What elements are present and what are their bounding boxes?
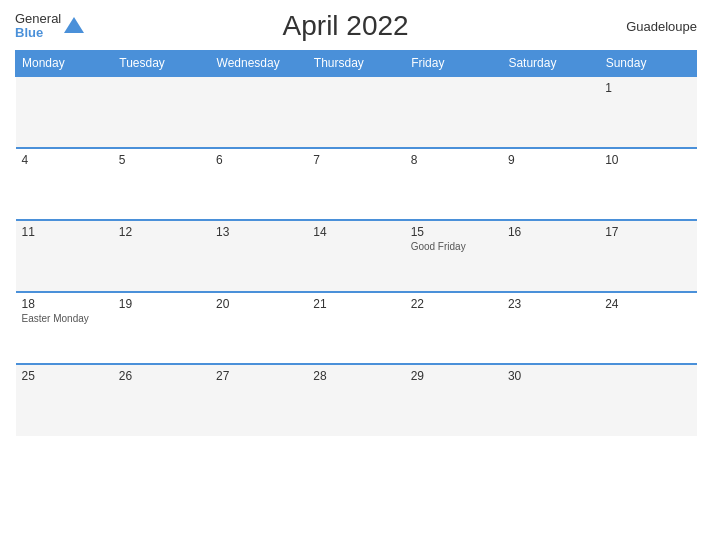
logo-general-text: General	[15, 12, 61, 26]
day-number: 5	[119, 153, 204, 167]
day-cell: 6	[210, 148, 307, 220]
day-number: 29	[411, 369, 496, 383]
day-event: Easter Monday	[22, 313, 107, 324]
week-row-4: 18Easter Monday192021222324	[16, 292, 697, 364]
calendar-body: 1456789101112131415Good Friday161718East…	[16, 76, 697, 436]
day-number: 13	[216, 225, 301, 239]
weekday-header-row: Monday Tuesday Wednesday Thursday Friday…	[16, 51, 697, 77]
day-cell	[502, 76, 599, 148]
day-cell	[16, 76, 113, 148]
day-cell: 21	[307, 292, 404, 364]
day-cell: 27	[210, 364, 307, 436]
day-number: 18	[22, 297, 107, 311]
day-number: 22	[411, 297, 496, 311]
calendar-wrapper: General Blue April 2022 Guadeloupe Monda…	[0, 0, 712, 550]
header-tuesday: Tuesday	[113, 51, 210, 77]
day-number: 21	[313, 297, 398, 311]
day-cell: 30	[502, 364, 599, 436]
day-number: 4	[22, 153, 107, 167]
day-cell: 23	[502, 292, 599, 364]
day-cell: 24	[599, 292, 696, 364]
day-number: 15	[411, 225, 496, 239]
day-number: 8	[411, 153, 496, 167]
week-row-3: 1112131415Good Friday1617	[16, 220, 697, 292]
day-number: 1	[605, 81, 690, 95]
week-row-5: 252627282930	[16, 364, 697, 436]
day-number: 16	[508, 225, 593, 239]
day-cell: 1	[599, 76, 696, 148]
day-number: 30	[508, 369, 593, 383]
day-number: 26	[119, 369, 204, 383]
day-cell: 15Good Friday	[405, 220, 502, 292]
day-number: 24	[605, 297, 690, 311]
header-thursday: Thursday	[307, 51, 404, 77]
day-cell	[599, 364, 696, 436]
day-cell: 9	[502, 148, 599, 220]
region-label: Guadeloupe	[607, 19, 697, 34]
day-number: 9	[508, 153, 593, 167]
day-number: 10	[605, 153, 690, 167]
day-cell: 5	[113, 148, 210, 220]
day-number: 11	[22, 225, 107, 239]
day-number: 12	[119, 225, 204, 239]
day-number: 17	[605, 225, 690, 239]
calendar-title: April 2022	[84, 10, 607, 42]
day-cell	[113, 76, 210, 148]
day-cell: 29	[405, 364, 502, 436]
day-cell: 16	[502, 220, 599, 292]
header-wednesday: Wednesday	[210, 51, 307, 77]
day-cell	[307, 76, 404, 148]
day-cell: 13	[210, 220, 307, 292]
day-number: 25	[22, 369, 107, 383]
day-cell	[405, 76, 502, 148]
day-cell: 28	[307, 364, 404, 436]
week-row-1: 1	[16, 76, 697, 148]
calendar-table: Monday Tuesday Wednesday Thursday Friday…	[15, 50, 697, 436]
day-number: 27	[216, 369, 301, 383]
day-cell: 12	[113, 220, 210, 292]
header-monday: Monday	[16, 51, 113, 77]
logo-blue-text: Blue	[15, 26, 61, 40]
day-number: 6	[216, 153, 301, 167]
week-row-2: 45678910	[16, 148, 697, 220]
logo: General Blue	[15, 12, 84, 41]
day-cell: 20	[210, 292, 307, 364]
day-number: 28	[313, 369, 398, 383]
day-cell: 11	[16, 220, 113, 292]
day-cell	[210, 76, 307, 148]
day-number: 20	[216, 297, 301, 311]
day-cell: 14	[307, 220, 404, 292]
day-cell: 10	[599, 148, 696, 220]
logo-text: General Blue	[15, 12, 61, 41]
logo-triangle-icon	[64, 17, 84, 33]
day-number: 23	[508, 297, 593, 311]
day-cell: 26	[113, 364, 210, 436]
day-number: 14	[313, 225, 398, 239]
header-sunday: Sunday	[599, 51, 696, 77]
header-friday: Friday	[405, 51, 502, 77]
day-cell: 18Easter Monday	[16, 292, 113, 364]
day-cell: 7	[307, 148, 404, 220]
header-saturday: Saturday	[502, 51, 599, 77]
day-event: Good Friday	[411, 241, 496, 252]
calendar-header: General Blue April 2022 Guadeloupe	[15, 10, 697, 42]
day-cell: 17	[599, 220, 696, 292]
day-cell: 25	[16, 364, 113, 436]
day-cell: 22	[405, 292, 502, 364]
day-cell: 19	[113, 292, 210, 364]
day-number: 19	[119, 297, 204, 311]
day-number: 7	[313, 153, 398, 167]
day-cell: 4	[16, 148, 113, 220]
calendar-header-row: Monday Tuesday Wednesday Thursday Friday…	[16, 51, 697, 77]
day-cell: 8	[405, 148, 502, 220]
